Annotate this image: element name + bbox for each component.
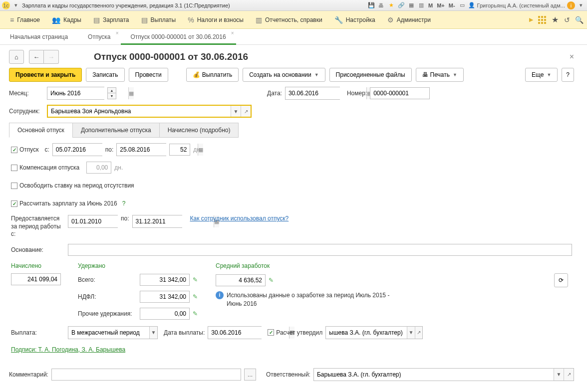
edit-icon[interactable]: ✎ (193, 310, 198, 317)
dropdown-icon[interactable]: ▼ (149, 327, 157, 339)
approved-checkbox[interactable]: ✓Расчет утвердил (268, 329, 322, 336)
calendar-icon[interactable]: ▦ (128, 87, 134, 99)
edit-icon[interactable]: ✎ (193, 293, 198, 300)
menu-settings[interactable]: 🔧Настройка (328, 11, 381, 29)
approver-input[interactable] (326, 327, 407, 339)
close-icon[interactable]: × (231, 30, 234, 36)
menu-icon[interactable]: ▾ (577, 1, 585, 9)
content-area: ⌂ ← → Отпуск 0000-000001 от 30.06.2016 ×… (0, 45, 587, 386)
edit-icon[interactable]: ✎ (193, 276, 198, 283)
save-button[interactable]: Записать (86, 68, 124, 82)
menu-admin[interactable]: ⚙Администри (381, 11, 437, 29)
accrued-value[interactable] (11, 273, 61, 285)
dropdown-icon[interactable]: ▾ (12, 1, 20, 9)
month-stepper[interactable]: ▲▼ (107, 87, 116, 99)
vacation-checkbox[interactable]: ✓Отпуск (11, 146, 38, 153)
menu-taxes[interactable]: %Налоги и взносы (182, 11, 250, 29)
edit-icon[interactable]: ✎ (269, 277, 274, 284)
tab-current[interactable]: Отпуск 0000-000001 от 30.06.2016× (121, 29, 236, 44)
employee-label: Сотрудник: (9, 108, 44, 115)
responsible-input[interactable] (314, 369, 554, 381)
home-button[interactable]: ⌂ (9, 50, 24, 64)
post-close-button[interactable]: Провести и закрыть (9, 68, 82, 82)
menu-salary[interactable]: ▤Зарплата (87, 11, 135, 29)
help-button[interactable]: ? (562, 68, 574, 82)
info-icon[interactable]: i (567, 1, 575, 9)
tab-vacations[interactable]: Отпуска× (78, 29, 120, 44)
compensation-checkbox[interactable]: Компенсация отпуска (11, 164, 79, 171)
withheld-total[interactable] (140, 274, 190, 286)
dropdown-icon[interactable]: ▼ (231, 106, 241, 117)
signatures-link[interactable]: Подписи: Т. А. Погодина, З. А. Барышева (11, 346, 125, 353)
calc-icon[interactable]: ▦ (407, 1, 415, 9)
more-icon[interactable]: ▶ (529, 16, 533, 23)
close-button[interactable]: × (570, 52, 574, 61)
calendar-icon[interactable]: ▥ (417, 1, 425, 9)
search-icon[interactable]: 🔍 (575, 16, 583, 24)
open-icon[interactable]: ↗ (241, 106, 251, 117)
tab-start[interactable]: Начальная страница (0, 29, 78, 44)
comment-more-button[interactable]: … (244, 369, 256, 381)
post-button[interactable]: Провести (129, 68, 168, 82)
info-text: Использованы данные о заработке за перио… (227, 291, 406, 308)
pay-button[interactable]: 💰Выплатить (186, 68, 239, 82)
open-icon[interactable]: ↗ (564, 369, 574, 381)
action-toolbar: Провести и закрыть Записать Провести 💰Вы… (9, 68, 574, 82)
refresh-button[interactable]: ⟳ (554, 273, 568, 287)
page-title: Отпуск 0000-000001 от 30.06.2016 (94, 51, 248, 62)
help-link[interactable]: ? (122, 200, 126, 207)
employee-input[interactable] (48, 106, 231, 117)
release-checkbox[interactable]: Освободить ставку на период отсутствия (11, 182, 134, 189)
calculations: Начислено Удержано Всего:✎ НДФЛ:✎ Прочие… (11, 262, 572, 320)
mplus-button[interactable]: M+ (436, 2, 446, 8)
number-input[interactable] (370, 87, 430, 99)
accrued-header: Начислено (11, 262, 70, 269)
more-button[interactable]: Еще▼ (525, 68, 558, 82)
link-icon[interactable]: 🔗 (397, 1, 405, 9)
subtab-accrued[interactable]: Начислено (подробно) (159, 123, 239, 138)
tab-body: ✓Отпуск с: ▦ по: ▦ дн. Компенсация отпус… (9, 137, 574, 359)
main-menu: ≡Главное 👥Кадры ▤Зарплата ▤Выплаты %Нало… (0, 11, 587, 29)
calc-salary-checkbox[interactable]: ✓Рассчитать зарплату за Июнь 2016 (11, 200, 117, 207)
favorite-icon[interactable]: ★ (387, 1, 395, 9)
m-button[interactable]: M (427, 2, 434, 8)
apps-icon[interactable] (537, 15, 547, 25)
compensation-input[interactable] (86, 162, 111, 174)
back-button[interactable]: ← (29, 50, 44, 64)
provided-label: Предоставляется за период работы с: (11, 215, 65, 238)
usage-link[interactable]: Как сотрудник использовал отпуск? (190, 215, 289, 222)
payment-row: Выплата: ▼ Дата выплаты: ▦ ✓Расчет утвер… (11, 326, 572, 339)
user-label[interactable]: 👤Григорьянц А.А. (системный адм... (468, 2, 565, 8)
forward-button[interactable]: → (44, 50, 59, 64)
dropdown-icon[interactable]: ▼ (407, 327, 415, 339)
avg-header: Средний заработок (216, 262, 572, 269)
panels-icon[interactable]: ▭ (458, 1, 466, 9)
dropdown-icon[interactable]: ▼ (554, 369, 564, 381)
subtab-main[interactable]: Основной отпуск (9, 123, 73, 138)
open-icon[interactable]: ↗ (415, 327, 423, 339)
avg-value[interactable] (216, 274, 266, 286)
attachments-button[interactable]: Присоединенные файлы (329, 68, 412, 82)
basis-input[interactable] (68, 244, 572, 256)
menu-home[interactable]: ≡Главное (4, 11, 46, 29)
comment-input[interactable] (51, 369, 241, 381)
save-icon[interactable]: 💾 (367, 1, 375, 9)
close-icon[interactable]: × (116, 30, 119, 36)
menu-reports[interactable]: ▥Отчетность, справки (250, 11, 328, 29)
ndfl-value[interactable] (140, 291, 190, 303)
withheld-header: Удержано (78, 262, 208, 269)
create-based-button[interactable]: Создать на основании▼ (243, 68, 325, 82)
other-value[interactable] (140, 308, 190, 320)
days-input[interactable] (169, 144, 190, 156)
star-nav-icon[interactable]: ★ (551, 16, 559, 24)
print-button[interactable]: 🖶Печать▼ (416, 68, 464, 82)
subtab-additional[interactable]: Дополнительные отпуска (72, 123, 160, 138)
history-icon[interactable]: ↺ (563, 16, 571, 24)
menu-payments[interactable]: ▤Выплаты (135, 11, 182, 29)
payment-label: Выплата: (11, 329, 65, 336)
print-icon[interactable]: 🖶 (377, 1, 385, 9)
mminus-button[interactable]: M- (448, 2, 456, 8)
menu-personnel[interactable]: 👥Кадры (46, 11, 87, 29)
app-icon: 1c (2, 1, 10, 9)
payment-type-input[interactable] (68, 327, 149, 339)
